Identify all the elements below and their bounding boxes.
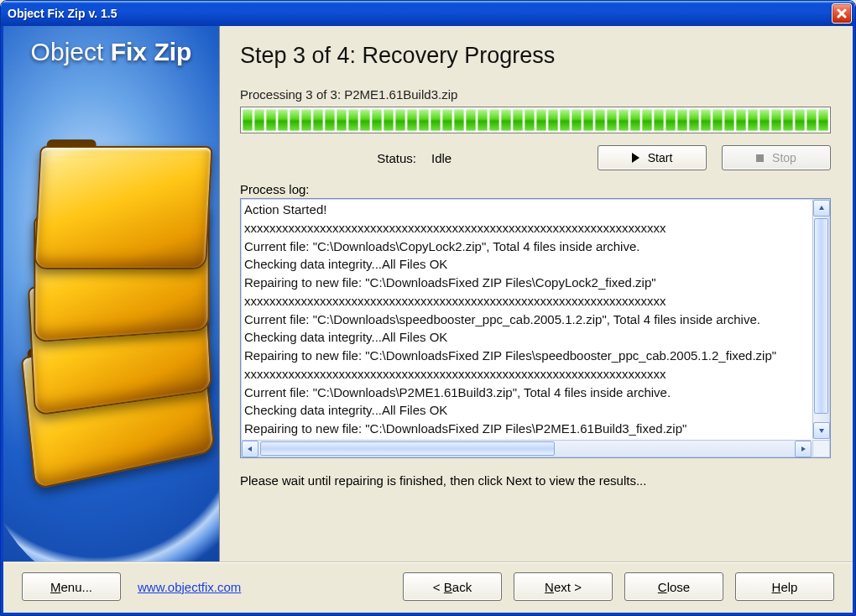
close-button-label: Close	[658, 580, 690, 594]
process-log: Action Started! xxxxxxxxxxxxxxxxxxxxxxxx…	[240, 198, 831, 458]
stop-button-label: Stop	[772, 151, 796, 164]
next-button[interactable]: Next >	[514, 572, 613, 601]
close-button[interactable]: Close	[624, 572, 723, 601]
status-label: Status:	[240, 151, 416, 165]
step-title: Step 3 of 4: Recovery Progress	[240, 43, 831, 69]
menu-button[interactable]: Menu...	[22, 572, 121, 601]
stop-button: Stop	[722, 145, 831, 170]
website-link[interactable]: www.objectfix.com	[138, 580, 241, 594]
vertical-scroll-thumb[interactable]	[814, 218, 828, 414]
start-button-label: Start	[648, 151, 673, 164]
vertical-scrollbar[interactable]	[812, 200, 829, 439]
help-button[interactable]: Help	[735, 572, 834, 601]
footer: Menu... www.objectfix.com < Back Next > …	[3, 561, 853, 613]
brand-logo: Object Fix Zip	[3, 38, 219, 66]
close-icon[interactable]	[832, 3, 852, 23]
process-log-label: Process log:	[240, 182, 831, 196]
folders-illustration	[12, 127, 211, 545]
next-button-label: Next >	[545, 580, 582, 594]
back-button-label: < Back	[433, 580, 472, 594]
scroll-left-icon[interactable]	[242, 441, 258, 457]
sidebar-graphic: Object Fix Zip	[3, 26, 220, 561]
scroll-corner	[812, 440, 829, 457]
horizontal-scroll-track[interactable]	[258, 441, 795, 457]
status-value: Idle	[431, 151, 515, 165]
menu-button-label: Menu...	[50, 580, 92, 594]
vertical-scroll-track[interactable]	[813, 217, 829, 422]
hint-text: Please wait until repairing is finished,…	[240, 473, 831, 488]
scroll-down-icon[interactable]	[813, 422, 830, 439]
process-log-content[interactable]: Action Started! xxxxxxxxxxxxxxxxxxxxxxxx…	[244, 201, 812, 439]
stop-icon	[756, 154, 764, 162]
titlebar[interactable]: Object Fix Zip v. 1.5	[1, 1, 855, 26]
horizontal-scrollbar[interactable]	[242, 440, 812, 457]
scroll-up-icon[interactable]	[813, 200, 830, 217]
app-window: Object Fix Zip v. 1.5 Object Fix Zip	[0, 0, 856, 616]
horizontal-scroll-thumb[interactable]	[260, 441, 555, 456]
client-area: Object Fix Zip Step 3 of 4: Recovery Pro…	[1, 26, 855, 615]
progress-bar	[240, 107, 831, 133]
start-button[interactable]: Start	[598, 145, 707, 170]
help-button-label: Help	[772, 580, 798, 594]
back-button[interactable]: < Back	[403, 572, 502, 601]
processing-label: Processing 3 of 3: P2ME1.61Build3.zip	[240, 87, 831, 102]
scroll-right-icon[interactable]	[795, 441, 812, 457]
play-icon	[632, 153, 639, 163]
window-title: Object Fix Zip v. 1.5	[8, 7, 117, 20]
wizard-panel: Step 3 of 4: Recovery Progress Processin…	[220, 26, 853, 561]
